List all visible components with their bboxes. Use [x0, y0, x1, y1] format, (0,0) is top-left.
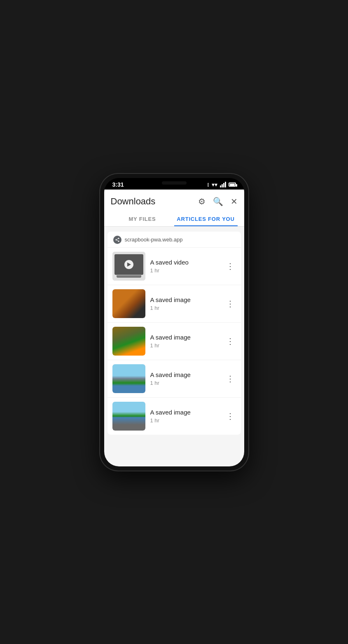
app-screen: Downloads ⚙ 🔍 ✕ MY FILES ARTICLES FOR YO…	[104, 190, 244, 466]
item-thumbnail-image3	[112, 364, 145, 393]
item-title: A saved image	[150, 296, 220, 303]
item-info: A saved image 1 hr	[150, 334, 220, 349]
item-thumbnail-image2	[112, 327, 145, 356]
status-time: 3:31	[112, 181, 124, 188]
more-options-icon[interactable]: ⋮	[224, 410, 236, 423]
video-thumb	[112, 252, 145, 281]
app-header: Downloads ⚙ 🔍 ✕ MY FILES ARTICLES FOR YO…	[104, 190, 244, 227]
item-thumbnail-video	[112, 252, 145, 281]
header-top: Downloads ⚙ 🔍 ✕	[111, 196, 238, 207]
item-meta: 1 hr	[150, 417, 220, 424]
status-icons: ⫿ ▾▾	[207, 181, 236, 188]
item-meta: 1 hr	[150, 305, 220, 311]
item-info: A saved image 1 hr	[150, 409, 220, 424]
list-item[interactable]: A saved video 1 hr ⋮	[107, 247, 241, 285]
content-card: scrapbook-pwa.web.app	[107, 232, 241, 435]
page-title: Downloads	[111, 196, 156, 207]
play-triangle-icon	[127, 262, 131, 267]
item-title: A saved image	[150, 334, 220, 341]
card-source: scrapbook-pwa.web.app	[107, 232, 241, 247]
svg-line-3	[117, 240, 118, 241]
settings-icon[interactable]: ⚙	[198, 197, 206, 206]
more-options-icon[interactable]: ⋮	[224, 372, 236, 385]
item-meta: 1 hr	[150, 380, 220, 386]
tab-articles-for-you[interactable]: ARTICLES FOR YOU	[174, 212, 238, 226]
item-info: A saved image 1 hr	[150, 296, 220, 311]
item-info: A saved video 1 hr	[150, 259, 220, 274]
wifi-icon: ▾▾	[212, 181, 217, 188]
image-thumb-4	[112, 402, 145, 431]
share-icon	[113, 236, 121, 244]
item-title: A saved image	[150, 409, 220, 416]
signal-bars-icon	[220, 182, 226, 187]
list-item[interactable]: A saved image 1 hr ⋮	[107, 360, 241, 397]
svg-point-0	[118, 238, 119, 239]
image-thumb-3	[112, 364, 145, 393]
close-icon[interactable]: ✕	[231, 197, 238, 206]
header-actions: ⚙ 🔍 ✕	[198, 197, 238, 206]
search-icon[interactable]: 🔍	[213, 197, 223, 206]
item-info: A saved image 1 hr	[150, 371, 220, 386]
content-area: scrapbook-pwa.web.app	[104, 227, 244, 466]
camera-notch	[162, 181, 187, 185]
item-meta: 1 hr	[150, 267, 220, 274]
item-title: A saved video	[150, 259, 220, 266]
item-thumbnail-image4	[112, 402, 145, 431]
play-button-icon	[124, 260, 133, 269]
vibrate-icon: ⫿	[207, 182, 209, 187]
source-domain: scrapbook-pwa.web.app	[125, 237, 183, 243]
svg-point-1	[115, 239, 117, 240]
image-thumb-2	[112, 327, 145, 356]
list-item[interactable]: A saved image 1 hr ⋮	[107, 397, 241, 435]
list-item[interactable]: A saved image 1 hr ⋮	[107, 285, 241, 322]
item-meta: 1 hr	[150, 342, 220, 349]
more-options-icon[interactable]: ⋮	[224, 335, 236, 348]
phone-screen: 3:31 ⫿ ▾▾ Downloads ⚙	[104, 178, 244, 466]
image-thumb-1	[112, 289, 145, 318]
item-thumbnail-image1	[112, 289, 145, 318]
svg-line-4	[117, 239, 118, 239]
tab-bar: MY FILES ARTICLES FOR YOU	[111, 212, 238, 226]
tab-my-files[interactable]: MY FILES	[111, 212, 174, 226]
more-options-icon[interactable]: ⋮	[224, 297, 236, 310]
svg-point-2	[118, 241, 119, 242]
phone-frame: 3:31 ⫿ ▾▾ Downloads ⚙	[100, 174, 248, 471]
video-base-icon	[117, 275, 141, 278]
list-item[interactable]: A saved image 1 hr ⋮	[107, 322, 241, 360]
battery-icon	[229, 183, 236, 187]
more-options-icon[interactable]: ⋮	[224, 260, 236, 273]
item-title: A saved image	[150, 371, 220, 378]
video-screen	[114, 254, 143, 275]
